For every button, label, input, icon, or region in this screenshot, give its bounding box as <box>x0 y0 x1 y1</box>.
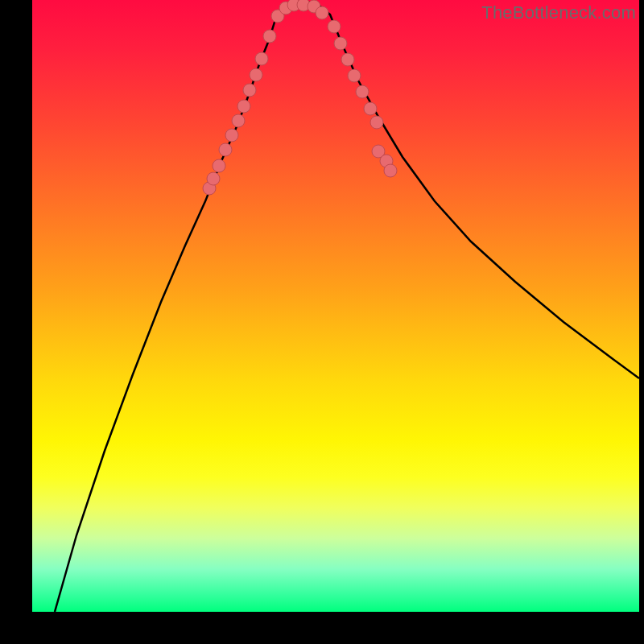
marker-dot <box>219 143 232 156</box>
marker-dot <box>207 172 220 185</box>
marker-dot <box>232 114 245 127</box>
marker-dot <box>334 37 347 50</box>
marker-dot <box>255 52 268 65</box>
bottleneck-curve <box>55 2 639 612</box>
chart-frame <box>32 0 639 612</box>
marker-dot <box>341 53 354 66</box>
marker-dot <box>250 68 262 81</box>
marker-dot <box>364 102 377 115</box>
marker-dot <box>370 116 383 129</box>
marker-dot <box>225 129 238 142</box>
marker-dot <box>328 20 341 33</box>
marker-dot <box>213 159 225 172</box>
marker-dot <box>348 69 361 82</box>
marker-dot <box>316 6 328 19</box>
watermark-text: TheBottleneck.com <box>481 2 636 23</box>
marker-dot <box>356 85 369 98</box>
marker-dot <box>384 164 397 177</box>
curve-layer <box>32 0 639 612</box>
marker-dot <box>237 100 250 113</box>
marker-dot <box>263 30 276 43</box>
marker-dot <box>243 84 256 97</box>
